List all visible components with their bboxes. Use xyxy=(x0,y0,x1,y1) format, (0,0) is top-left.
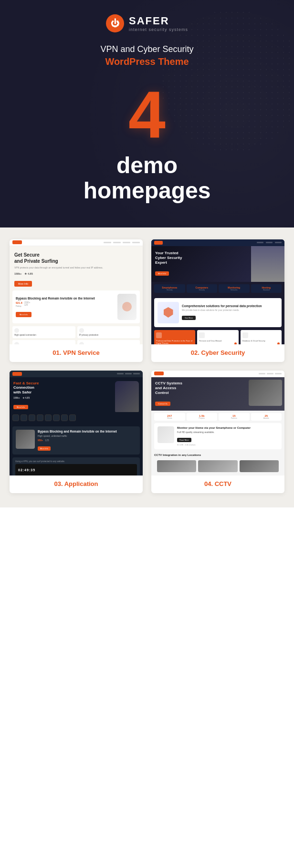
mini-feature: High speed connection xyxy=(12,326,75,339)
mini-nav-item-4 xyxy=(259,373,265,374)
demo-card-4[interactable]: CCTV Systemsand AccessControl Contact Us… xyxy=(151,371,284,493)
mini-cta-1[interactable]: More Info xyxy=(14,281,32,287)
mini-nav-items-1 xyxy=(104,242,140,243)
mini-phone-1 xyxy=(117,294,136,320)
mini-service-card: Remove and Virus Manual xyxy=(197,330,238,344)
mini-nav-items-3 xyxy=(117,373,140,374)
mini-cyber-stat: Smartphones Security xyxy=(154,284,185,293)
mini-dot-orange xyxy=(234,342,237,344)
mini-app-icon xyxy=(61,414,68,421)
mini-cyber-stat: Monitoring Networks xyxy=(219,284,250,293)
mini-feature-text: IP privacy protection xyxy=(79,334,138,337)
demo-number-2: 02. xyxy=(191,349,200,356)
demo-preview-3: Fast & Secure Connectionwith Safer 158k+… xyxy=(10,371,143,475)
mini-vpn-graphic xyxy=(158,302,179,323)
mini-logo-3 xyxy=(12,372,22,376)
mini-phone-3 xyxy=(115,381,139,413)
mini-hero-4: CCTV Systemsand AccessControl Contact Us xyxy=(151,377,284,411)
mini-bypass-stat: 950+ xyxy=(38,439,43,442)
mini-stat-label: Clients xyxy=(156,417,184,419)
hero-demo-label-1: demo xyxy=(10,153,284,178)
mini-location-img xyxy=(198,460,237,472)
mini-cyber-stat: Hosting Standard xyxy=(251,284,282,293)
mini-stat-lbl: Standard xyxy=(252,289,281,291)
mini-card-text-2: Comprehensive solutions for personal dat… xyxy=(182,304,262,320)
hero-line1: VPN and Cyber Security xyxy=(10,44,284,54)
logo-icon: ⏻ xyxy=(106,14,124,32)
mini-stat-label: Projects xyxy=(188,417,216,419)
mini-nav-1 xyxy=(10,239,143,246)
mini-btn-2[interactable]: More Info xyxy=(16,312,32,317)
mini-monitor-title: Monitor your Home via your Smartphone or… xyxy=(177,426,251,429)
demo-card-1[interactable]: Get Secureand Private Surfing VPN protec… xyxy=(10,239,143,362)
mini-app-icon xyxy=(12,414,19,421)
mini-service-icon xyxy=(242,332,248,338)
demo-card-3[interactable]: Fast & Secure Connectionwith Safer 158k+… xyxy=(10,371,143,493)
mini-cctv-cta[interactable]: Contact Us xyxy=(155,402,170,406)
mini-timer-label: Using a VPN, you can surf protected to a… xyxy=(15,460,137,463)
mini-service-icon xyxy=(156,332,162,338)
mini-service-icon xyxy=(199,332,205,338)
mini-nav-item xyxy=(132,242,140,243)
mini-hero-dark-2: Your TrustedCyber SecurityExpert More In… xyxy=(151,246,284,282)
mini-logo-2 xyxy=(154,241,163,245)
mini-app-icon xyxy=(37,414,43,421)
mini-nav-item xyxy=(123,242,130,243)
mini-integration-title: CCTV Integration in any Locations xyxy=(154,454,282,456)
mini-service-text: Professional Data Protection in the Face… xyxy=(156,340,193,344)
brand-tagline: internet security systems xyxy=(129,27,188,32)
mini-bypass-title: Bypass Blocking and Remain Invisible on … xyxy=(38,430,117,433)
mini-app-section-3: Bypass Blocking and Remain Invisible on … xyxy=(12,426,140,455)
mini-nav-2 xyxy=(151,239,284,246)
mini-card-btn-2[interactable]: See More xyxy=(182,316,196,320)
mini-nav-item-3 xyxy=(117,373,124,374)
mini-nav-item-dark xyxy=(266,242,273,243)
mini-timer-bar: 02:49:35 xyxy=(15,464,137,475)
mini-nav-item-4 xyxy=(267,373,273,374)
mini-section-text-1: Bypass Blocking and Remain Invisible on … xyxy=(16,297,115,317)
mini-app-cta-3[interactable]: More Info xyxy=(13,405,28,409)
mini-logo-4 xyxy=(154,372,164,375)
mini-app-icon xyxy=(29,414,35,421)
mini-cctv-stat: 247 Clients xyxy=(154,413,185,421)
demo-name-1: VPN Service xyxy=(63,349,100,356)
mini-nav-3 xyxy=(10,371,143,377)
mini-nav-item-4 xyxy=(275,373,282,374)
mini-monitor-btn[interactable]: Read More xyxy=(177,438,191,442)
mini-logo-1 xyxy=(12,240,22,244)
mini-feature-icon xyxy=(79,328,84,333)
mini-stat-lbl: Networks xyxy=(220,289,248,291)
mini-nav-item-3 xyxy=(125,373,132,374)
mini-icons-row-3 xyxy=(10,412,143,424)
mini-stat: 158k+ xyxy=(14,272,21,275)
mini-bypass-btn[interactable]: More Info xyxy=(38,446,51,451)
mini-nav-item-dark xyxy=(257,242,263,243)
mini-stat-label: Partners xyxy=(220,417,248,419)
mini-dark-cta-2[interactable]: More Info xyxy=(155,271,169,276)
mini-timer-section-3: Using a VPN, you can surf protected to a… xyxy=(12,457,140,475)
mini-hero-3: Fast & Secure Connectionwith Safer 158k+… xyxy=(10,377,143,413)
mini-cctv-integration: CCTV Integration in any Locations xyxy=(151,452,284,475)
demo-preview-2: Your TrustedCyber SecurityExpert More In… xyxy=(151,239,284,344)
mini-location-img xyxy=(157,460,196,472)
mini-cctv-feature-4: Monitor your Home via your Smartphone or… xyxy=(154,423,282,449)
mini-hero-text-4: CCTV Systemsand AccessControl Contact Us xyxy=(155,381,182,406)
mini-feature-text: High speed connection xyxy=(14,334,74,337)
mini-cctv-stat: 25 Awards xyxy=(251,413,282,421)
mini-monitor-stats: ★ 4.86 2.4k reviews xyxy=(177,444,251,446)
mini-stat-items: 1550+125 xyxy=(24,301,31,307)
mini-app-icon xyxy=(69,414,76,421)
mini-timer-display: 02:49:35 xyxy=(18,468,35,472)
hero-number: 4 xyxy=(10,82,284,148)
mini-nav-item xyxy=(113,242,121,243)
mini-person-img-3 xyxy=(16,430,35,449)
mini-app-section-text-3: Bypass Blocking and Remain Invisible on … xyxy=(38,430,117,451)
demo-card-2[interactable]: Your TrustedCyber SecurityExpert More In… xyxy=(151,239,284,362)
mini-service-text: Remove and Virus Manual xyxy=(199,340,236,342)
mini-bypass-stat: 125 xyxy=(45,439,49,442)
mini-location-img xyxy=(240,460,279,472)
mini-section-1: Bypass Blocking and Remain Invisible on … xyxy=(12,290,140,323)
mini-shield-icon xyxy=(164,307,173,318)
mini-feature: IP privacy protection xyxy=(77,326,140,339)
mini-nav-item xyxy=(104,242,111,243)
